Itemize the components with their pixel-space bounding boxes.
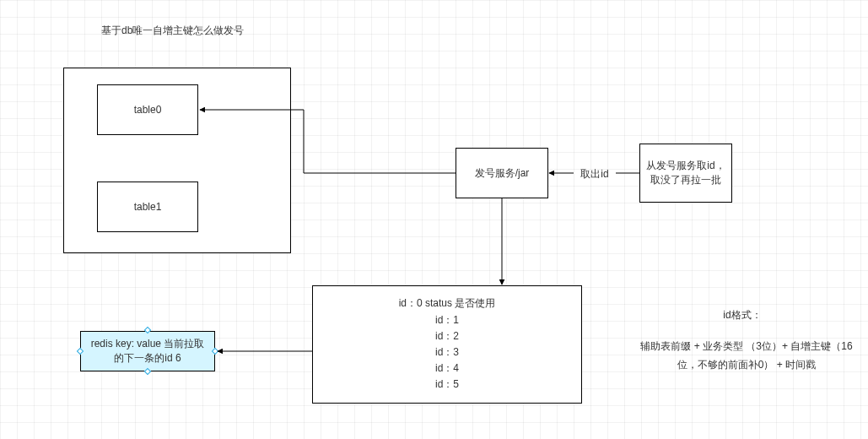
edge-service-to-table0 [200,110,456,173]
edges-layer [0,0,868,439]
